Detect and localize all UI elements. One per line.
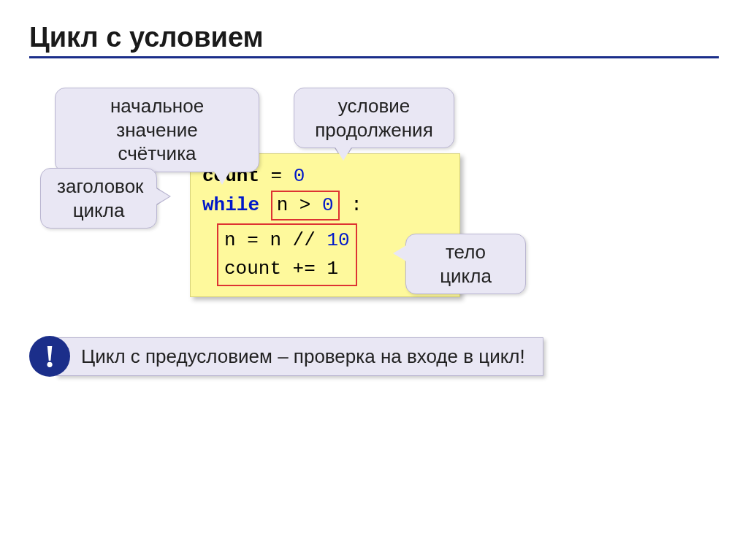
code-cond-lhs: n > [277,194,322,216]
code-condition-box: n > 0 [271,191,340,221]
note-text: Цикл с предусловием – проверка на входе … [56,337,543,376]
page-title: Цикл с условием [29,22,719,53]
code-colon: : [340,194,362,216]
code-line-2: while n > 0 : [202,191,448,221]
code-line-4: count += 1 [224,255,350,283]
code-zero: 0 [294,165,305,187]
precondition-note: ! Цикл с предусловием – проверка на вход… [29,336,543,377]
exclamation-icon: ! [29,336,70,377]
title-underline [29,56,719,58]
code-l3-ten: 10 [327,229,349,251]
code-body-box: n = n // 10 count += 1 [217,223,357,286]
callout-text-line1: заголовок [57,174,140,199]
callout-text-line1: начальное значение [72,94,243,142]
code-eq: = [259,165,294,187]
code-cond-zero: 0 [322,194,334,216]
callout-loop-header: заголовок цикла [40,168,157,229]
callout-loop-body: тело цикла [405,234,526,294]
code-line-3: n = n // 10 [224,226,350,255]
slide: Цикл с условием count = 0 while n > 0 : … [0,0,748,560]
callout-text-line2: продолжения [310,118,438,142]
callout-initial-value: начальное значение счётчика [55,88,259,172]
code-l3-lhs: n = n // [224,229,327,251]
callout-text: тело цикла [440,241,492,287]
callout-text-line2: счётчика [72,142,243,166]
callout-text-line2: цикла [57,199,140,223]
code-while: while [202,194,259,216]
callout-text-line1: условие [310,94,438,118]
callout-condition: условие продолжения [294,88,454,148]
